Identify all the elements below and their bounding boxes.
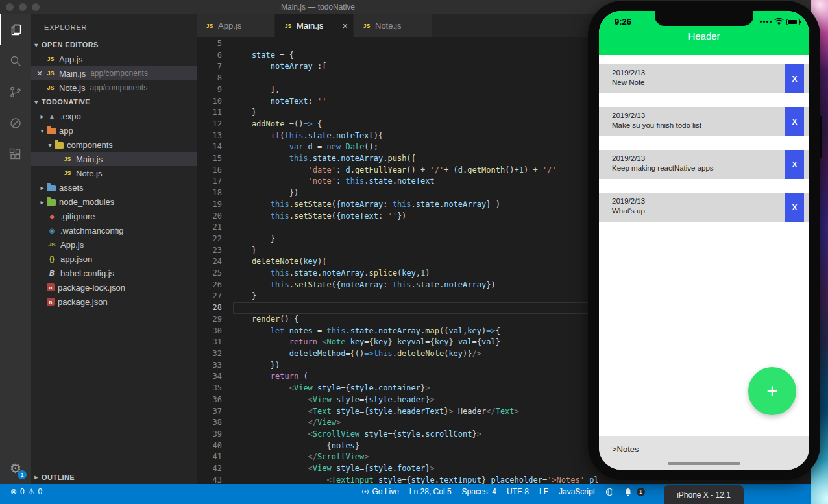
settings-badge: 1 bbox=[18, 470, 27, 479]
delete-note-button[interactable]: X bbox=[785, 193, 804, 222]
close-tab-icon[interactable]: × bbox=[342, 21, 348, 30]
bell-icon bbox=[624, 488, 632, 496]
folder-components-icon bbox=[55, 142, 64, 149]
tree-item-components[interactable]: ▾components bbox=[31, 138, 197, 152]
note-date: 2019/2/13 bbox=[612, 69, 785, 77]
js-file-icon: JS bbox=[47, 239, 57, 250]
language-mode[interactable]: JavaScript bbox=[554, 487, 600, 496]
delete-note-button[interactable]: X bbox=[785, 107, 804, 136]
config-file-icon: ◉ bbox=[47, 225, 57, 235]
tree-item-Main.js[interactable]: JSMain.js bbox=[31, 152, 197, 166]
project-section-header[interactable]: ▾ TODONATIVE bbox=[31, 95, 197, 109]
outline-section-header[interactable]: ▸ OUTLINE bbox=[31, 470, 197, 484]
tab-Note.js[interactable]: JSNote.js bbox=[354, 14, 432, 37]
explorer-activity-button[interactable] bbox=[0, 14, 31, 45]
text-cursor bbox=[252, 304, 252, 313]
cursor-position[interactable]: Ln 28, Col 5 bbox=[404, 487, 457, 496]
search-activity-button[interactable] bbox=[0, 45, 31, 77]
search-icon bbox=[8, 53, 23, 69]
tree-item-.watchmanconfig[interactable]: ◉.watchmanconfig bbox=[31, 223, 197, 237]
note-item: 2019/2/13What's upX bbox=[599, 193, 809, 222]
power-button bbox=[820, 116, 822, 158]
close-editor-icon[interactable]: ✕ bbox=[34, 69, 45, 78]
circle-slash-icon bbox=[8, 115, 23, 131]
notifications-button[interactable]: 1 bbox=[619, 488, 650, 496]
note-item: 2019/2/13Make su you finish todo listX bbox=[599, 107, 809, 136]
folder-node-icon bbox=[47, 199, 56, 206]
npm-file-icon: n bbox=[47, 298, 55, 306]
window-title: Main.js — todoNative bbox=[0, 0, 636, 14]
error-icon: ⊗ bbox=[10, 487, 17, 496]
broadcast-icon bbox=[361, 488, 369, 496]
note-input-bar: >Notes bbox=[599, 436, 809, 470]
settings-gear-button[interactable]: ⚙ 1 bbox=[0, 453, 31, 484]
open-editor-App.js[interactable]: JSApp.js bbox=[31, 52, 197, 66]
chevron-right-icon: ▸ bbox=[38, 184, 47, 191]
tree-item-Note.js[interactable]: JSNote.js bbox=[31, 166, 197, 180]
sidebar-title: EXPLORER bbox=[31, 14, 197, 38]
debug-activity-button[interactable] bbox=[0, 108, 31, 139]
js-file-icon: JS bbox=[361, 21, 372, 31]
indentation-setting[interactable]: Spaces: 4 bbox=[457, 487, 502, 496]
app-header-title: Header bbox=[599, 30, 809, 42]
chevron-right-icon: ▸ bbox=[38, 113, 47, 120]
npm-file-icon: n bbox=[47, 283, 55, 291]
note-date: 2019/2/13 bbox=[612, 197, 785, 205]
extensions-icon bbox=[8, 147, 23, 162]
tree-item-App.js[interactable]: JSApp.js bbox=[31, 237, 197, 252]
go-live-button[interactable]: Go Live bbox=[356, 487, 404, 496]
tree-item-assets[interactable]: ▸assets bbox=[31, 180, 197, 195]
extensions-activity-button[interactable] bbox=[0, 139, 31, 170]
globe-icon bbox=[605, 488, 614, 496]
note-date: 2019/2/13 bbox=[612, 112, 785, 119]
tree-item-package.json[interactable]: npackage.json bbox=[31, 294, 197, 309]
expo-file-icon: ▲ bbox=[47, 111, 57, 121]
open-editors-section-header[interactable]: ▾ OPEN EDITORS bbox=[31, 38, 197, 52]
delete-note-button[interactable]: X bbox=[785, 150, 804, 179]
folder-app-icon bbox=[47, 128, 56, 134]
encoding-setting[interactable]: UTF-8 bbox=[502, 487, 534, 496]
js-file-icon: JS bbox=[62, 168, 73, 178]
js-file-icon: JS bbox=[62, 154, 73, 164]
tree-item-app[interactable]: ▾app bbox=[31, 123, 197, 138]
note-text-input[interactable]: >Notes bbox=[612, 444, 639, 454]
git-file-icon: ◆ bbox=[47, 211, 57, 221]
note-text: New Note bbox=[612, 78, 785, 86]
js-file-icon: JS bbox=[45, 82, 56, 93]
open-editor-Note.js[interactable]: JSNote.jsapp/components bbox=[31, 80, 197, 95]
chevron-right-icon: ▸ bbox=[38, 198, 47, 206]
open-editor-Main.js[interactable]: ✕JSMain.jsapp/components bbox=[31, 66, 197, 80]
chevron-down-icon: ▾ bbox=[45, 141, 55, 149]
open-editors-list: JSApp.js✕JSMain.jsapp/componentsJSNote.j… bbox=[31, 52, 197, 95]
tab-App.js[interactable]: JSApp.js bbox=[197, 14, 275, 37]
eol-setting[interactable]: LF bbox=[534, 487, 554, 496]
tree-item-babel.config.js[interactable]: Bbabel.config.js bbox=[31, 266, 197, 280]
tree-item-package-lock.json[interactable]: npackage-lock.json bbox=[31, 280, 197, 294]
device-notch bbox=[655, 11, 753, 26]
add-note-button[interactable]: + bbox=[748, 367, 796, 415]
status-time: 9:26 bbox=[615, 17, 631, 27]
chevron-down-icon: ▾ bbox=[31, 99, 42, 106]
note-text: Keep making reactNative apps bbox=[612, 164, 785, 172]
tab-Main.js[interactable]: JSMain.js× bbox=[275, 14, 354, 37]
tree-item-app.json[interactable]: {}app.json bbox=[31, 252, 197, 266]
problems-indicator[interactable]: ⊗ 0 ⚠ 0 bbox=[5, 487, 47, 496]
feedback-button[interactable] bbox=[600, 488, 619, 496]
chevron-right-icon: ▸ bbox=[31, 474, 42, 481]
simulator-window-title: iPhone X - 12.1 bbox=[664, 485, 744, 504]
files-icon bbox=[8, 22, 24, 38]
iphone-simulator: 9:26 Header 2019/2/13New NoteX2019/2/13M… bbox=[588, 1, 820, 480]
tree-item-.gitignore[interactable]: ◆.gitignore bbox=[31, 209, 197, 223]
chevron-down-icon: ▾ bbox=[38, 127, 47, 134]
js-file-icon: JS bbox=[45, 54, 56, 64]
babel-file-icon: B bbox=[47, 268, 57, 278]
home-indicator[interactable] bbox=[668, 462, 740, 465]
tree-item-.expo[interactable]: ▸▲.expo bbox=[31, 109, 197, 123]
tree-item-node_modules[interactable]: ▸node_modules bbox=[31, 195, 197, 209]
json-file-icon: {} bbox=[47, 254, 57, 264]
explorer-sidebar: EXPLORER ▾ OPEN EDITORS JSApp.js✕JSMain.… bbox=[31, 14, 197, 484]
app-screen: 9:26 Header 2019/2/13New NoteX2019/2/13M… bbox=[599, 11, 809, 470]
delete-note-button[interactable]: X bbox=[785, 64, 804, 93]
source-control-activity-button[interactable] bbox=[0, 77, 31, 108]
cellular-signal-icon bbox=[760, 21, 772, 23]
